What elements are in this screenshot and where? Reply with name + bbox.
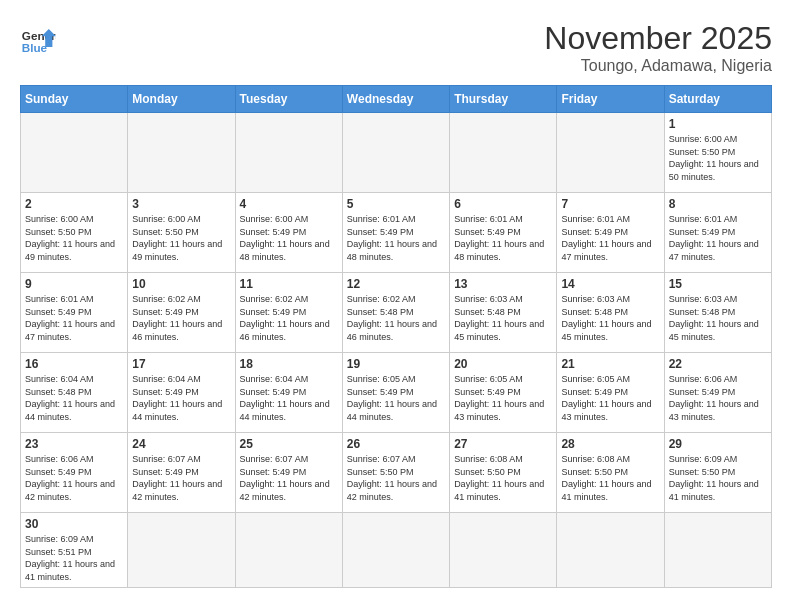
weekday-header-row: Sunday Monday Tuesday Wednesday Thursday… <box>21 86 772 113</box>
day-12: 12 Sunrise: 6:02 AM Sunset: 5:48 PM Dayl… <box>342 273 449 353</box>
day-24: 24 Sunrise: 6:07 AM Sunset: 5:49 PM Dayl… <box>128 433 235 513</box>
empty-cell <box>557 113 664 193</box>
day-6: 6 Sunrise: 6:01 AM Sunset: 5:49 PM Dayli… <box>450 193 557 273</box>
calendar-row-6: 30 Sunrise: 6:09 AM Sunset: 5:51 PM Dayl… <box>21 513 772 588</box>
month-title: November 2025 <box>544 20 772 57</box>
day-18: 18 Sunrise: 6:04 AM Sunset: 5:49 PM Dayl… <box>235 353 342 433</box>
calendar-row-4: 16 Sunrise: 6:04 AM Sunset: 5:48 PM Dayl… <box>21 353 772 433</box>
day-4: 4 Sunrise: 6:00 AM Sunset: 5:49 PM Dayli… <box>235 193 342 273</box>
day-25: 25 Sunrise: 6:07 AM Sunset: 5:49 PM Dayl… <box>235 433 342 513</box>
page-header: General Blue November 2025 Toungo, Adama… <box>20 20 772 75</box>
day-19: 19 Sunrise: 6:05 AM Sunset: 5:49 PM Dayl… <box>342 353 449 433</box>
day-14: 14 Sunrise: 6:03 AM Sunset: 5:48 PM Dayl… <box>557 273 664 353</box>
day-21: 21 Sunrise: 6:05 AM Sunset: 5:49 PM Dayl… <box>557 353 664 433</box>
day-2: 2 Sunrise: 6:00 AM Sunset: 5:50 PM Dayli… <box>21 193 128 273</box>
day-22: 22 Sunrise: 6:06 AM Sunset: 5:49 PM Dayl… <box>664 353 771 433</box>
empty-cell <box>342 113 449 193</box>
day-11: 11 Sunrise: 6:02 AM Sunset: 5:49 PM Dayl… <box>235 273 342 353</box>
header-saturday: Saturday <box>664 86 771 113</box>
location: Toungo, Adamawa, Nigeria <box>544 57 772 75</box>
day-9: 9 Sunrise: 6:01 AM Sunset: 5:49 PM Dayli… <box>21 273 128 353</box>
header-monday: Monday <box>128 86 235 113</box>
day-27: 27 Sunrise: 6:08 AM Sunset: 5:50 PM Dayl… <box>450 433 557 513</box>
logo-icon: General Blue <box>20 20 56 56</box>
day-10: 10 Sunrise: 6:02 AM Sunset: 5:49 PM Dayl… <box>128 273 235 353</box>
empty-cell <box>235 513 342 588</box>
day-3: 3 Sunrise: 6:00 AM Sunset: 5:50 PM Dayli… <box>128 193 235 273</box>
empty-cell <box>21 113 128 193</box>
calendar-row-5: 23 Sunrise: 6:06 AM Sunset: 5:49 PM Dayl… <box>21 433 772 513</box>
logo: General Blue <box>20 20 56 56</box>
title-block: November 2025 Toungo, Adamawa, Nigeria <box>544 20 772 75</box>
header-thursday: Thursday <box>450 86 557 113</box>
empty-cell <box>128 513 235 588</box>
day-23: 23 Sunrise: 6:06 AM Sunset: 5:49 PM Dayl… <box>21 433 128 513</box>
calendar-row-2: 2 Sunrise: 6:00 AM Sunset: 5:50 PM Dayli… <box>21 193 772 273</box>
calendar-row-3: 9 Sunrise: 6:01 AM Sunset: 5:49 PM Dayli… <box>21 273 772 353</box>
day-28: 28 Sunrise: 6:08 AM Sunset: 5:50 PM Dayl… <box>557 433 664 513</box>
day-1: 1 Sunrise: 6:00 AM Sunset: 5:50 PM Dayli… <box>664 113 771 193</box>
day-15: 15 Sunrise: 6:03 AM Sunset: 5:48 PM Dayl… <box>664 273 771 353</box>
header-tuesday: Tuesday <box>235 86 342 113</box>
empty-cell <box>450 113 557 193</box>
day-13: 13 Sunrise: 6:03 AM Sunset: 5:48 PM Dayl… <box>450 273 557 353</box>
day-7: 7 Sunrise: 6:01 AM Sunset: 5:49 PM Dayli… <box>557 193 664 273</box>
empty-cell <box>450 513 557 588</box>
empty-cell <box>664 513 771 588</box>
empty-cell <box>235 113 342 193</box>
header-wednesday: Wednesday <box>342 86 449 113</box>
empty-cell <box>557 513 664 588</box>
day-20: 20 Sunrise: 6:05 AM Sunset: 5:49 PM Dayl… <box>450 353 557 433</box>
day-5: 5 Sunrise: 6:01 AM Sunset: 5:49 PM Dayli… <box>342 193 449 273</box>
calendar-table: Sunday Monday Tuesday Wednesday Thursday… <box>20 85 772 588</box>
day-30: 30 Sunrise: 6:09 AM Sunset: 5:51 PM Dayl… <box>21 513 128 588</box>
empty-cell <box>128 113 235 193</box>
day-8: 8 Sunrise: 6:01 AM Sunset: 5:49 PM Dayli… <box>664 193 771 273</box>
day-17: 17 Sunrise: 6:04 AM Sunset: 5:49 PM Dayl… <box>128 353 235 433</box>
header-sunday: Sunday <box>21 86 128 113</box>
header-friday: Friday <box>557 86 664 113</box>
day-16: 16 Sunrise: 6:04 AM Sunset: 5:48 PM Dayl… <box>21 353 128 433</box>
day-26: 26 Sunrise: 6:07 AM Sunset: 5:50 PM Dayl… <box>342 433 449 513</box>
calendar-row-1: 1 Sunrise: 6:00 AM Sunset: 5:50 PM Dayli… <box>21 113 772 193</box>
svg-text:Blue: Blue <box>22 41 48 54</box>
day-29: 29 Sunrise: 6:09 AM Sunset: 5:50 PM Dayl… <box>664 433 771 513</box>
empty-cell <box>342 513 449 588</box>
